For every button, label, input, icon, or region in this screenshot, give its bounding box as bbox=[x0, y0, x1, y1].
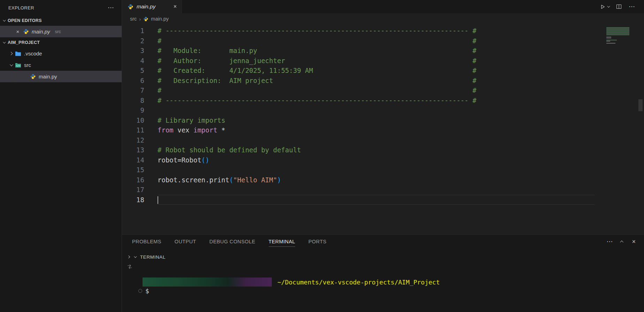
panel-close-icon[interactable]: × bbox=[632, 238, 636, 245]
python-file-icon bbox=[128, 4, 133, 10]
explorer-sidebar: EXPLORER ⋯ OPEN EDITORS × main.py src AI… bbox=[0, 0, 122, 312]
chevron-down-icon bbox=[3, 18, 6, 21]
code-line[interactable]: 13# Robot should be defined by default bbox=[122, 145, 644, 155]
line-number: 11 bbox=[122, 125, 144, 135]
tab-close-icon[interactable]: × bbox=[174, 3, 177, 10]
minimap[interactable] bbox=[606, 27, 636, 46]
line-number: 2 bbox=[122, 36, 144, 46]
tab-ports[interactable]: PORTS bbox=[308, 239, 327, 244]
line-number: 18 bbox=[122, 195, 144, 205]
tree-item-vscode[interactable]: .vscode bbox=[0, 48, 122, 59]
line-number: 17 bbox=[122, 185, 144, 195]
tab-problems[interactable]: PROBLEMS bbox=[132, 239, 161, 244]
code-line[interactable]: 8# -------------------------------------… bbox=[122, 96, 644, 106]
code-line[interactable]: 5# Created: 4/1/2025, 11:55:39 AM # bbox=[122, 66, 644, 76]
chevron-down-icon[interactable] bbox=[607, 5, 610, 7]
minimap-line bbox=[606, 30, 629, 31]
minimap-line bbox=[606, 28, 629, 29]
line-number: 14 bbox=[122, 155, 144, 165]
open-editors-label: OPEN EDITORS bbox=[8, 18, 42, 23]
breadcrumb: src › main.py bbox=[122, 13, 644, 24]
python-file-icon bbox=[143, 16, 148, 22]
explorer-header: EXPLORER ⋯ bbox=[0, 0, 122, 15]
tab-output[interactable]: OUTPUT bbox=[175, 239, 196, 244]
vscode-folder-icon bbox=[15, 51, 21, 56]
code-line[interactable]: 14robot=Robot() bbox=[122, 155, 644, 165]
line-number: 10 bbox=[122, 115, 144, 125]
src-folder-icon: </> bbox=[15, 63, 21, 68]
code-line[interactable]: 12 bbox=[122, 135, 644, 145]
tree-item-label: main.py bbox=[39, 74, 57, 79]
code-line[interactable]: 3# Module: main.py # bbox=[122, 46, 644, 56]
breadcrumb-file[interactable]: main.py bbox=[151, 16, 169, 22]
line-number: 6 bbox=[122, 76, 144, 86]
minimap-line bbox=[606, 32, 629, 33]
line-number: 5 bbox=[122, 66, 144, 76]
editor-tab-bar: main.py × ⋯ bbox=[122, 0, 644, 13]
chevron-down-icon[interactable] bbox=[134, 255, 137, 258]
line-number: 3 bbox=[122, 46, 144, 56]
chevron-up-icon[interactable] bbox=[620, 240, 624, 244]
code-line[interactable]: 1# -------------------------------------… bbox=[122, 26, 644, 36]
scrollbar-thumb[interactable] bbox=[638, 99, 643, 111]
close-icon[interactable]: × bbox=[15, 29, 20, 35]
panel-tab-bar: PROBLEMS OUTPUT DEBUG CONSOLE TERMINAL P… bbox=[122, 235, 644, 249]
minimap-line bbox=[606, 40, 617, 40]
terminal[interactable]: ~/Documents/vex-vscode-projects/AIM_Proj… bbox=[122, 262, 644, 312]
terminal-input-line[interactable]: $ bbox=[138, 287, 149, 295]
project-label: AIM_PROJECT bbox=[8, 40, 40, 45]
code-line[interactable]: 11from vex import * bbox=[122, 125, 644, 135]
run-button[interactable] bbox=[600, 4, 609, 9]
tree-item-src[interactable]: </> src bbox=[0, 59, 122, 71]
play-icon bbox=[600, 4, 605, 9]
tab-debug-console[interactable]: DEBUG CONSOLE bbox=[209, 239, 255, 244]
minimap-line bbox=[606, 33, 629, 34]
terminal-prompt-line: ~/Documents/vex-vscode-projects/AIM_Proj… bbox=[143, 277, 440, 287]
tab-main-py[interactable]: main.py × bbox=[122, 0, 182, 13]
code-line[interactable]: 17 bbox=[122, 185, 644, 195]
code-line[interactable]: 2# # bbox=[122, 36, 644, 46]
line-number: 16 bbox=[122, 175, 144, 185]
svg-text:</>: </> bbox=[16, 64, 21, 67]
terminal-section-header: TERMINAL bbox=[122, 252, 644, 262]
split-editor-icon[interactable] bbox=[616, 4, 622, 9]
breadcrumb-separator: › bbox=[139, 16, 141, 22]
code-line[interactable]: 6# Description: AIM project # bbox=[122, 76, 644, 86]
chevron-right-icon[interactable] bbox=[127, 256, 130, 258]
line-number: 1 bbox=[122, 26, 144, 36]
code-line[interactable]: 4# Author: jenna_juechter # bbox=[122, 56, 644, 66]
chevron-right-icon bbox=[9, 52, 13, 55]
editor-more-icon[interactable]: ⋯ bbox=[629, 3, 635, 10]
chevron-down-icon bbox=[3, 40, 6, 43]
open-editors-section-header[interactable]: OPEN EDITORS bbox=[0, 15, 122, 26]
panel-actions: ⋯ × bbox=[606, 235, 636, 249]
panel-more-icon[interactable]: ⋯ bbox=[606, 238, 613, 245]
terminal-swap-icon[interactable] bbox=[127, 264, 132, 269]
code-line[interactable]: 15 bbox=[122, 165, 644, 175]
code-line[interactable]: 16robot.screen.print("Hello AIM") bbox=[122, 175, 644, 185]
chevron-down-icon bbox=[10, 63, 13, 66]
open-editor-item-main-py[interactable]: × main.py src bbox=[0, 26, 122, 37]
code-line[interactable]: 10# Library imports bbox=[122, 115, 644, 125]
explorer-title: EXPLORER bbox=[8, 5, 34, 10]
project-section-header[interactable]: AIM_PROJECT bbox=[0, 37, 122, 48]
explorer-more-icon[interactable]: ⋯ bbox=[108, 4, 114, 12]
line-number: 7 bbox=[122, 85, 144, 96]
terminal-prompt: $ bbox=[145, 287, 149, 295]
code-line[interactable]: 9 bbox=[122, 105, 644, 115]
command-decoration-circle-icon[interactable] bbox=[138, 289, 142, 293]
terminal-cwd-path: ~/Documents/vex-vscode-projects/AIM_Proj… bbox=[277, 279, 440, 286]
minimap-line bbox=[606, 35, 629, 35]
code-line[interactable]: 7# # bbox=[122, 85, 644, 96]
breadcrumb-folder[interactable]: src bbox=[130, 16, 137, 22]
tab-terminal[interactable]: TERMINAL bbox=[269, 239, 296, 244]
code-line[interactable]: 18 bbox=[122, 195, 644, 205]
minimap-line bbox=[606, 27, 629, 28]
tree-item-main-py[interactable]: main.py bbox=[0, 71, 122, 82]
minimap-line bbox=[606, 41, 610, 41]
code-editor[interactable]: 1# -------------------------------------… bbox=[122, 24, 644, 234]
python-file-icon bbox=[30, 74, 36, 79]
minimap-line bbox=[606, 37, 611, 37]
line-number: 8 bbox=[122, 96, 144, 106]
line-number: 12 bbox=[122, 135, 144, 145]
